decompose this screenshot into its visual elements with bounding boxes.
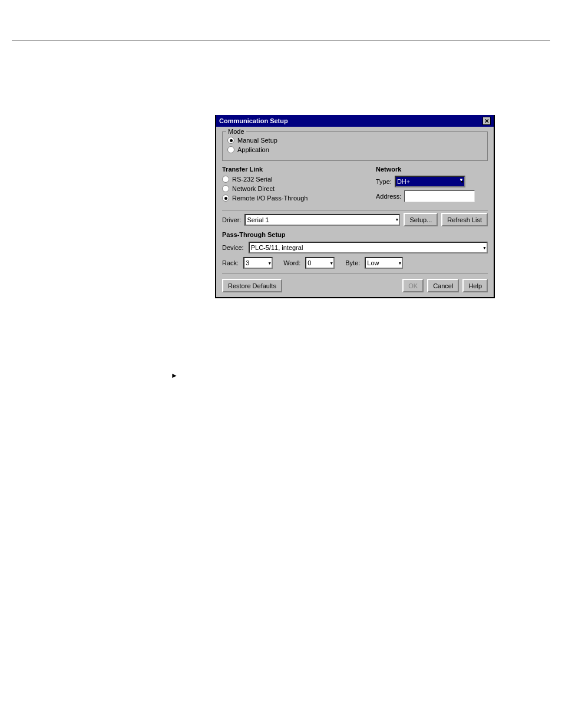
- manual-setup-radio[interactable]: [227, 137, 234, 144]
- page-content: ► Communication Setup ✕ Mode Manual Setu…: [0, 0, 562, 728]
- application-label: Application: [237, 146, 269, 153]
- cancel-button[interactable]: Cancel: [427, 279, 459, 292]
- rs232-label: RS-232 Serial: [232, 176, 272, 183]
- byte-select[interactable]: Low: [365, 257, 403, 269]
- dialog-title: Communication Setup: [219, 117, 288, 124]
- remote-io-radio[interactable]: [222, 195, 229, 202]
- divider-1: [222, 210, 488, 210]
- top-rule: [12, 40, 550, 41]
- byte-select-wrapper[interactable]: Low: [365, 257, 403, 269]
- manual-setup-label: Manual Setup: [237, 137, 277, 144]
- rack-select-wrapper[interactable]: 3: [243, 257, 273, 269]
- network-label: Network: [376, 166, 488, 173]
- dialog-titlebar: Communication Setup ✕: [216, 115, 494, 127]
- bottom-right-buttons: OK Cancel Help: [402, 279, 488, 292]
- network-type-wrapper[interactable]: ▼: [395, 176, 465, 187]
- network-type-input[interactable]: [395, 176, 465, 187]
- restore-defaults-button[interactable]: Restore Defaults: [222, 279, 282, 292]
- driver-row: Driver: Serial 1 Setup... Refresh List: [222, 213, 488, 226]
- word-select-wrapper[interactable]: 0: [305, 257, 335, 269]
- remote-io-label: Remote I/O Pass-Through: [232, 195, 308, 202]
- device-label: Device:: [222, 244, 244, 251]
- rack-word-byte-row: Rack: 3 Word: 0 Byte:: [222, 257, 488, 269]
- pass-through-group: Pass-Through Setup Device: PLC-5/11, int…: [222, 231, 488, 269]
- pass-through-label: Pass-Through Setup: [222, 231, 488, 238]
- ok-button[interactable]: OK: [402, 279, 424, 292]
- setup-button[interactable]: Setup...: [404, 213, 438, 226]
- word-select[interactable]: 0: [305, 257, 335, 269]
- transfer-link-label: Transfer Link: [222, 166, 370, 173]
- communication-setup-dialog: Communication Setup ✕ Mode Manual Setup …: [215, 115, 495, 298]
- manual-setup-radio-row[interactable]: Manual Setup: [227, 137, 482, 144]
- network-address-input[interactable]: [404, 190, 475, 202]
- transfer-link-col: Transfer Link RS-232 Serial Network Dire…: [222, 166, 370, 205]
- help-button[interactable]: Help: [462, 279, 488, 292]
- network-type-row: Type: ▼: [376, 176, 488, 187]
- word-label: Word:: [283, 259, 300, 266]
- mode-group-label: Mode: [226, 128, 246, 135]
- mode-group-box: Mode Manual Setup Application: [222, 131, 488, 161]
- network-direct-label: Network Direct: [232, 185, 275, 192]
- rs232-radio[interactable]: [222, 176, 229, 183]
- application-radio-row[interactable]: Application: [227, 146, 482, 153]
- driver-label: Driver:: [222, 216, 241, 223]
- device-select[interactable]: PLC-5/11, integral: [249, 242, 488, 253]
- rs232-radio-row[interactable]: RS-232 Serial: [222, 176, 370, 183]
- device-select-wrapper[interactable]: PLC-5/11, integral: [249, 242, 488, 253]
- dialog-close-button[interactable]: ✕: [482, 117, 491, 125]
- network-type-label: Type:: [376, 178, 392, 185]
- remote-io-radio-row[interactable]: Remote I/O Pass-Through: [222, 195, 370, 202]
- arrow-bullet: ►: [171, 371, 178, 380]
- rack-label: Rack:: [222, 259, 239, 266]
- dialog-body: Mode Manual Setup Application Transfer L…: [216, 127, 494, 297]
- network-address-row: Address:: [376, 190, 488, 202]
- rack-select[interactable]: 3: [243, 257, 273, 269]
- bottom-row: Restore Defaults OK Cancel Help: [222, 274, 488, 292]
- device-row: Device: PLC-5/11, integral: [222, 242, 488, 253]
- driver-select-wrapper[interactable]: Serial 1: [244, 214, 400, 226]
- byte-label: Byte:: [345, 259, 360, 266]
- driver-select[interactable]: Serial 1: [244, 214, 400, 226]
- network-col: Network Type: ▼ Address:: [376, 166, 488, 205]
- network-direct-radio[interactable]: [222, 185, 229, 192]
- refresh-list-button[interactable]: Refresh List: [441, 213, 488, 226]
- network-direct-radio-row[interactable]: Network Direct: [222, 185, 370, 192]
- application-radio[interactable]: [227, 146, 234, 153]
- network-address-label: Address:: [376, 193, 401, 200]
- transfer-network-section: Transfer Link RS-232 Serial Network Dire…: [222, 166, 488, 205]
